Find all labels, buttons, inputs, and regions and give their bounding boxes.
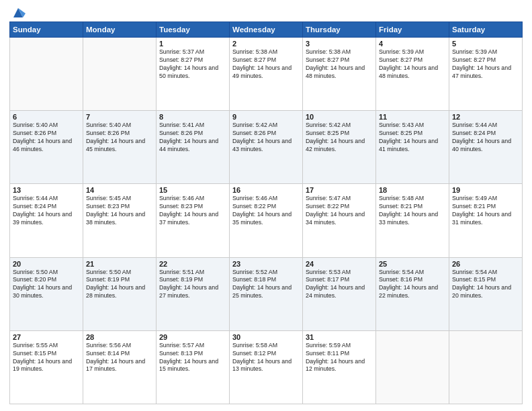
- day-cell: 19Sunrise: 5:49 AMSunset: 8:21 PMDayligh…: [449, 184, 523, 257]
- day-info: Sunrise: 5:44 AMSunset: 8:24 PMDaylight:…: [452, 122, 519, 154]
- sunrise-text: Sunrise: 5:54 AM: [379, 269, 446, 277]
- sunrise-text: Sunrise: 5:44 AM: [452, 122, 519, 130]
- day-cell: 1Sunrise: 5:37 AMSunset: 8:27 PMDaylight…: [157, 38, 230, 111]
- day-cell: 31Sunrise: 5:59 AMSunset: 8:11 PMDayligh…: [303, 330, 376, 404]
- day-cell: 24Sunrise: 5:53 AMSunset: 8:17 PMDayligh…: [303, 257, 376, 330]
- day-info: Sunrise: 5:49 AMSunset: 8:21 PMDaylight:…: [452, 195, 519, 227]
- sunset-text: Sunset: 8:25 PM: [306, 130, 373, 138]
- daylight-text: Daylight: 14 hours and 46 minutes.: [13, 138, 80, 154]
- sunrise-text: Sunrise: 5:45 AM: [86, 195, 153, 203]
- page: SundayMondayTuesdayWednesdayThursdayFrid…: [0, 0, 532, 411]
- sunrise-text: Sunrise: 5:40 AM: [13, 122, 80, 130]
- day-info: Sunrise: 5:40 AMSunset: 8:26 PMDaylight:…: [13, 122, 80, 154]
- daylight-text: Daylight: 14 hours and 28 minutes.: [86, 284, 153, 300]
- sunset-text: Sunset: 8:11 PM: [306, 350, 373, 358]
- daylight-text: Daylight: 14 hours and 24 minutes.: [306, 284, 373, 300]
- day-number: 14: [86, 186, 153, 194]
- daylight-text: Daylight: 14 hours and 38 minutes.: [86, 211, 153, 227]
- weekday-header-row: SundayMondayTuesdayWednesdayThursdayFrid…: [10, 22, 523, 38]
- week-row-2: 6Sunrise: 5:40 AMSunset: 8:26 PMDaylight…: [10, 111, 523, 184]
- daylight-text: Daylight: 14 hours and 48 minutes.: [379, 64, 446, 81]
- day-number: 30: [232, 333, 300, 341]
- day-info: Sunrise: 5:50 AMSunset: 8:20 PMDaylight:…: [13, 269, 80, 301]
- sunset-text: Sunset: 8:19 PM: [159, 276, 226, 284]
- sunset-text: Sunset: 8:23 PM: [159, 203, 226, 211]
- sunrise-text: Sunrise: 5:41 AM: [159, 122, 226, 130]
- sunset-text: Sunset: 8:20 PM: [13, 276, 80, 284]
- sunset-text: Sunset: 8:26 PM: [13, 130, 80, 138]
- day-cell: 7Sunrise: 5:40 AMSunset: 8:26 PMDaylight…: [83, 111, 157, 184]
- day-number: 19: [452, 186, 519, 194]
- day-number: 8: [159, 113, 226, 121]
- day-info: Sunrise: 5:37 AMSunset: 8:27 PMDaylight:…: [159, 48, 226, 81]
- sunrise-text: Sunrise: 5:54 AM: [452, 269, 519, 277]
- day-number: 28: [86, 333, 153, 341]
- day-number: 18: [379, 186, 446, 194]
- daylight-text: Daylight: 14 hours and 45 minutes.: [86, 138, 153, 154]
- sunset-text: Sunset: 8:27 PM: [379, 56, 446, 64]
- day-cell: 11Sunrise: 5:43 AMSunset: 8:25 PMDayligh…: [376, 111, 449, 184]
- daylight-text: Daylight: 14 hours and 47 minutes.: [452, 64, 519, 81]
- day-cell: 22Sunrise: 5:51 AMSunset: 8:19 PMDayligh…: [157, 257, 230, 330]
- daylight-text: Daylight: 14 hours and 50 minutes.: [159, 64, 226, 81]
- day-info: Sunrise: 5:46 AMSunset: 8:22 PMDaylight:…: [232, 195, 300, 227]
- day-info: Sunrise: 5:42 AMSunset: 8:26 PMDaylight:…: [232, 122, 300, 154]
- day-info: Sunrise: 5:46 AMSunset: 8:23 PMDaylight:…: [159, 195, 226, 227]
- sunset-text: Sunset: 8:25 PM: [379, 130, 446, 138]
- sunset-text: Sunset: 8:23 PM: [86, 203, 153, 211]
- sunrise-text: Sunrise: 5:47 AM: [306, 195, 373, 203]
- week-row-4: 20Sunrise: 5:50 AMSunset: 8:20 PMDayligh…: [10, 257, 523, 330]
- day-number: 22: [159, 260, 226, 268]
- daylight-text: Daylight: 14 hours and 40 minutes.: [452, 138, 519, 154]
- sunrise-text: Sunrise: 5:49 AM: [452, 195, 519, 203]
- day-number: 24: [306, 260, 373, 268]
- daylight-text: Daylight: 14 hours and 33 minutes.: [379, 211, 446, 227]
- sunrise-text: Sunrise: 5:44 AM: [13, 195, 80, 203]
- weekday-header-monday: Monday: [83, 22, 157, 38]
- sunset-text: Sunset: 8:22 PM: [306, 203, 373, 211]
- daylight-text: Daylight: 14 hours and 27 minutes.: [159, 284, 226, 300]
- sunrise-text: Sunrise: 5:39 AM: [379, 48, 446, 56]
- daylight-text: Daylight: 14 hours and 15 minutes.: [159, 358, 226, 374]
- day-number: 12: [452, 113, 519, 121]
- day-cell: 13Sunrise: 5:44 AMSunset: 8:24 PMDayligh…: [10, 184, 83, 257]
- logo-icon: [11, 5, 26, 20]
- day-info: Sunrise: 5:51 AMSunset: 8:19 PMDaylight:…: [159, 269, 226, 301]
- day-number: 2: [232, 40, 300, 48]
- day-cell: [10, 38, 83, 111]
- day-number: 27: [13, 333, 80, 341]
- day-info: Sunrise: 5:59 AMSunset: 8:11 PMDaylight:…: [306, 342, 373, 374]
- sunset-text: Sunset: 8:14 PM: [86, 350, 153, 358]
- sunrise-text: Sunrise: 5:38 AM: [306, 48, 373, 56]
- day-info: Sunrise: 5:50 AMSunset: 8:19 PMDaylight:…: [86, 269, 153, 301]
- sunset-text: Sunset: 8:22 PM: [232, 203, 300, 211]
- sunset-text: Sunset: 8:26 PM: [86, 130, 153, 138]
- day-cell: 18Sunrise: 5:48 AMSunset: 8:21 PMDayligh…: [376, 184, 449, 257]
- day-info: Sunrise: 5:38 AMSunset: 8:27 PMDaylight:…: [232, 48, 300, 81]
- day-info: Sunrise: 5:39 AMSunset: 8:27 PMDaylight:…: [379, 48, 446, 81]
- day-info: Sunrise: 5:39 AMSunset: 8:27 PMDaylight:…: [452, 48, 519, 81]
- day-info: Sunrise: 5:40 AMSunset: 8:26 PMDaylight:…: [86, 122, 153, 154]
- day-cell: 30Sunrise: 5:58 AMSunset: 8:12 PMDayligh…: [230, 330, 303, 404]
- daylight-text: Daylight: 14 hours and 22 minutes.: [379, 284, 446, 300]
- week-row-5: 27Sunrise: 5:55 AMSunset: 8:15 PMDayligh…: [10, 330, 523, 404]
- day-cell: 20Sunrise: 5:50 AMSunset: 8:20 PMDayligh…: [10, 257, 83, 330]
- sunset-text: Sunset: 8:27 PM: [452, 56, 519, 64]
- sunrise-text: Sunrise: 5:37 AM: [159, 48, 226, 56]
- sunrise-text: Sunrise: 5:53 AM: [306, 269, 373, 277]
- day-number: 6: [13, 113, 80, 121]
- day-cell: 4Sunrise: 5:39 AMSunset: 8:27 PMDaylight…: [376, 38, 449, 111]
- day-cell: 3Sunrise: 5:38 AMSunset: 8:27 PMDaylight…: [303, 38, 376, 111]
- day-cell: 5Sunrise: 5:39 AMSunset: 8:27 PMDaylight…: [449, 38, 523, 111]
- sunrise-text: Sunrise: 5:46 AM: [232, 195, 300, 203]
- day-number: 1: [159, 40, 226, 48]
- daylight-text: Daylight: 14 hours and 43 minutes.: [232, 138, 300, 154]
- day-number: 7: [86, 113, 153, 121]
- daylight-text: Daylight: 14 hours and 17 minutes.: [86, 358, 153, 374]
- sunset-text: Sunset: 8:26 PM: [232, 130, 300, 138]
- sunset-text: Sunset: 8:21 PM: [379, 203, 446, 211]
- sunset-text: Sunset: 8:18 PM: [232, 276, 300, 284]
- day-info: Sunrise: 5:52 AMSunset: 8:18 PMDaylight:…: [232, 269, 300, 301]
- weekday-header-saturday: Saturday: [449, 22, 523, 38]
- day-info: Sunrise: 5:56 AMSunset: 8:14 PMDaylight:…: [86, 342, 153, 374]
